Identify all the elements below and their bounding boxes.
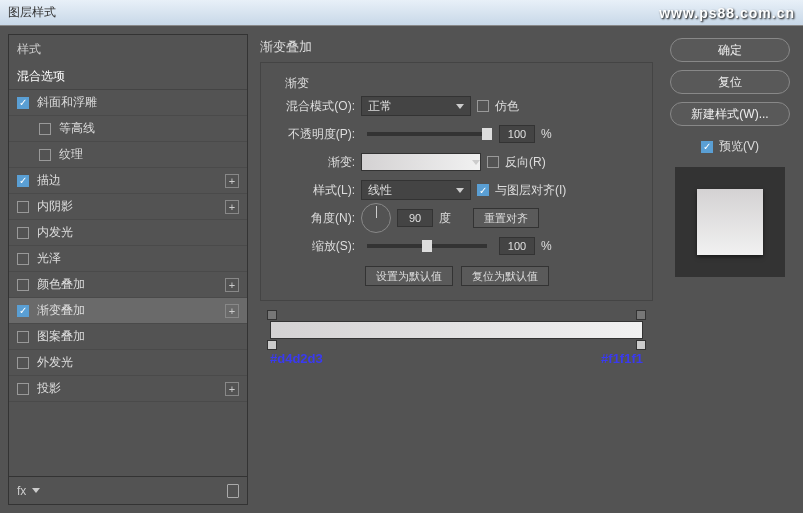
style-item-5[interactable]: 内发光 bbox=[9, 220, 247, 246]
style-item-11[interactable]: 投影+ bbox=[9, 376, 247, 402]
style-checkbox[interactable] bbox=[17, 253, 29, 265]
style-item-9[interactable]: 图案叠加 bbox=[9, 324, 247, 350]
add-effect-icon[interactable]: + bbox=[225, 174, 239, 188]
style-item-7[interactable]: 颜色叠加+ bbox=[9, 272, 247, 298]
style-label: 纹理 bbox=[59, 146, 239, 163]
scale-input[interactable]: 100 bbox=[499, 237, 535, 255]
style-checkbox[interactable] bbox=[17, 201, 29, 213]
style-item-2[interactable]: 纹理 bbox=[9, 142, 247, 168]
styles-footer: fx bbox=[9, 476, 247, 504]
fieldset-label: 渐变 bbox=[281, 75, 313, 92]
styles-header: 样式 bbox=[9, 35, 247, 64]
style-checkbox[interactable] bbox=[39, 123, 51, 135]
style-item-4[interactable]: 内阴影+ bbox=[9, 194, 247, 220]
style-checkbox[interactable] bbox=[17, 357, 29, 369]
opacity-stop-left[interactable] bbox=[267, 310, 277, 320]
dither-checkbox[interactable] bbox=[477, 100, 489, 112]
style-item-8[interactable]: ✓渐变叠加+ bbox=[9, 298, 247, 324]
align-checkbox[interactable]: ✓ bbox=[477, 184, 489, 196]
blend-options-header[interactable]: 混合选项 bbox=[9, 64, 247, 90]
opacity-stop-right[interactable] bbox=[636, 310, 646, 320]
style-label: 斜面和浮雕 bbox=[37, 94, 239, 111]
style-checkbox[interactable] bbox=[17, 227, 29, 239]
style-item-3[interactable]: ✓描边+ bbox=[9, 168, 247, 194]
action-panel: 确定 复位 新建样式(W)... ✓ 预览(V) bbox=[665, 34, 795, 505]
style-item-0[interactable]: ✓斜面和浮雕 bbox=[9, 90, 247, 116]
color-right-label: #f1f1f1 bbox=[601, 351, 643, 366]
chevron-down-icon bbox=[456, 104, 464, 109]
color-stop-right[interactable] bbox=[636, 340, 646, 350]
dither-label: 仿色 bbox=[495, 98, 519, 115]
preview-box bbox=[675, 167, 785, 277]
layer-style-dialog: 图层样式 www.ps88.com.cn 样式 混合选项 ✓斜面和浮雕等高线纹理… bbox=[0, 0, 803, 513]
add-effect-icon[interactable]: + bbox=[225, 382, 239, 396]
style-checkbox[interactable] bbox=[39, 149, 51, 161]
gradient-swatch[interactable] bbox=[361, 153, 481, 171]
blend-mode-select[interactable]: 正常 bbox=[361, 96, 471, 116]
options-panel: 渐变叠加 渐变 混合模式(O): 正常 仿色 不透明度(P): 100 % bbox=[256, 34, 657, 505]
style-label: 外发光 bbox=[37, 354, 239, 371]
add-effect-icon[interactable]: + bbox=[225, 200, 239, 214]
reverse-checkbox[interactable] bbox=[487, 156, 499, 168]
angle-label: 角度(N): bbox=[275, 210, 355, 227]
style-item-10[interactable]: 外发光 bbox=[9, 350, 247, 376]
gradient-bar[interactable] bbox=[270, 321, 643, 339]
add-effect-icon[interactable]: + bbox=[225, 304, 239, 318]
style-label: 内阴影 bbox=[37, 198, 225, 215]
angle-input[interactable]: 90 bbox=[397, 209, 433, 227]
style-checkbox[interactable] bbox=[17, 279, 29, 291]
style-list: ✓斜面和浮雕等高线纹理✓描边+内阴影+内发光光泽颜色叠加+✓渐变叠加+图案叠加外… bbox=[9, 90, 247, 476]
opacity-input[interactable]: 100 bbox=[499, 125, 535, 143]
opacity-slider[interactable] bbox=[367, 132, 487, 136]
set-default-button[interactable]: 设置为默认值 bbox=[365, 266, 453, 286]
watermark: www.ps88.com.cn bbox=[659, 5, 795, 21]
style-label: 投影 bbox=[37, 380, 225, 397]
style-label: 渐变叠加 bbox=[37, 302, 225, 319]
chevron-down-icon[interactable] bbox=[32, 488, 40, 493]
style-checkbox[interactable]: ✓ bbox=[17, 305, 29, 317]
cancel-button[interactable]: 复位 bbox=[670, 70, 790, 94]
style-item-6[interactable]: 光泽 bbox=[9, 246, 247, 272]
add-effect-icon[interactable]: + bbox=[225, 278, 239, 292]
preview-label: 预览(V) bbox=[719, 138, 759, 155]
window-title: 图层样式 bbox=[8, 4, 56, 21]
reverse-label: 反向(R) bbox=[505, 154, 546, 171]
trash-icon[interactable] bbox=[227, 484, 239, 498]
chevron-down-icon bbox=[456, 188, 464, 193]
style-item-1[interactable]: 等高线 bbox=[9, 116, 247, 142]
titlebar[interactable]: 图层样式 www.ps88.com.cn bbox=[0, 0, 803, 26]
style-label: 内发光 bbox=[37, 224, 239, 241]
blend-mode-label: 混合模式(O): bbox=[275, 98, 355, 115]
scale-label: 缩放(S): bbox=[275, 238, 355, 255]
reset-align-button[interactable]: 重置对齐 bbox=[473, 208, 539, 228]
color-left-label: #d4d2d3 bbox=[270, 351, 323, 366]
style-label: 等高线 bbox=[59, 120, 239, 137]
style-label: 光泽 bbox=[37, 250, 239, 267]
new-style-button[interactable]: 新建样式(W)... bbox=[670, 102, 790, 126]
ok-button[interactable]: 确定 bbox=[670, 38, 790, 62]
style-checkbox[interactable] bbox=[17, 383, 29, 395]
gradient-fieldset: 渐变 混合模式(O): 正常 仿色 不透明度(P): 100 % 渐变: bbox=[260, 62, 653, 301]
style-label: 样式(L): bbox=[275, 182, 355, 199]
chevron-down-icon bbox=[472, 160, 480, 165]
style-checkbox[interactable]: ✓ bbox=[17, 97, 29, 109]
gradient-label: 渐变: bbox=[275, 154, 355, 171]
gradient-editor: #d4d2d3 #f1f1f1 bbox=[260, 321, 653, 366]
opacity-label: 不透明度(P): bbox=[275, 126, 355, 143]
style-checkbox[interactable]: ✓ bbox=[17, 175, 29, 187]
style-checkbox[interactable] bbox=[17, 331, 29, 343]
preview-checkbox[interactable]: ✓ bbox=[701, 141, 713, 153]
section-title: 渐变叠加 bbox=[260, 38, 653, 56]
angle-dial[interactable] bbox=[361, 203, 391, 233]
fx-icon[interactable]: fx bbox=[17, 484, 26, 498]
preview-thumbnail bbox=[697, 189, 763, 255]
degree-label: 度 bbox=[439, 210, 451, 227]
align-label: 与图层对齐(I) bbox=[495, 182, 566, 199]
styles-panel: 样式 混合选项 ✓斜面和浮雕等高线纹理✓描边+内阴影+内发光光泽颜色叠加+✓渐变… bbox=[8, 34, 248, 505]
style-select[interactable]: 线性 bbox=[361, 180, 471, 200]
reset-default-button[interactable]: 复位为默认值 bbox=[461, 266, 549, 286]
style-label: 颜色叠加 bbox=[37, 276, 225, 293]
color-stop-left[interactable] bbox=[267, 340, 277, 350]
scale-slider[interactable] bbox=[367, 244, 487, 248]
style-label: 图案叠加 bbox=[37, 328, 239, 345]
